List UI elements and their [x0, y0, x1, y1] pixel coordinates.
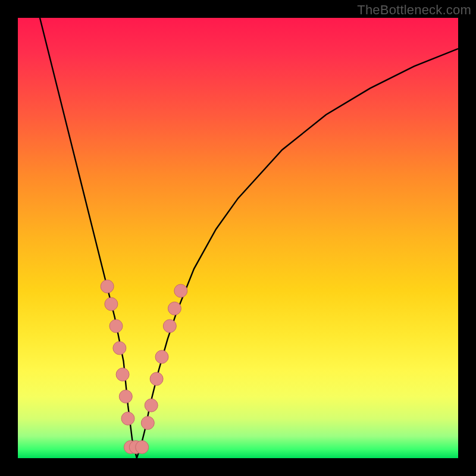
curve-marker [119, 390, 132, 403]
marker-group [101, 280, 187, 453]
chart-frame: TheBottleneck.com [0, 0, 476, 476]
curve-marker [163, 320, 176, 333]
curve-marker [109, 320, 123, 333]
curve-marker [141, 416, 154, 430]
curve-marker [145, 399, 158, 412]
curve-marker [101, 280, 114, 293]
curve-marker [150, 372, 163, 386]
bottleneck-curve [40, 18, 458, 458]
curve-marker [121, 412, 134, 425]
curve-layer [18, 18, 458, 458]
curve-marker [168, 302, 181, 315]
curve-marker [116, 368, 129, 381]
curve-marker [174, 284, 187, 298]
plot-area [18, 18, 458, 458]
watermark-text: TheBottleneck.com [357, 2, 471, 18]
curve-marker [136, 441, 149, 454]
curve-marker [113, 342, 126, 355]
curve-marker [105, 298, 118, 311]
curve-marker [155, 350, 168, 364]
